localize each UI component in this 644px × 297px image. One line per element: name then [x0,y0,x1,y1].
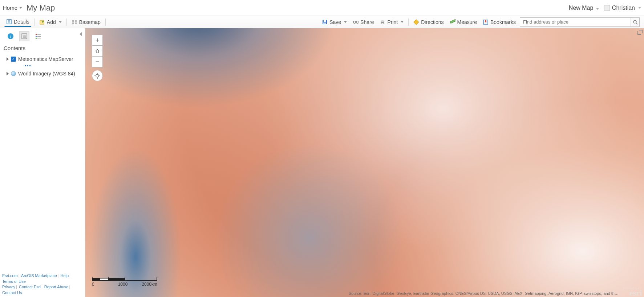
svg-rect-12 [324,20,326,22]
zoom-out-button[interactable]: − [92,57,103,67]
footer-link[interactable]: Report Abuse [44,285,69,289]
basemap-label: Basemap [79,19,101,25]
footer-link[interactable]: Contact Esri [19,285,41,289]
attribution-text: Source: Esri, DigitalGlobe, GeoEye, Eart… [349,291,619,296]
home-label: Home [3,5,17,11]
svg-rect-30 [36,34,37,35]
directions-button[interactable]: Directions [412,18,445,26]
scale-label: 2000km [137,282,157,287]
svg-rect-20 [450,19,455,23]
avatar [604,5,610,11]
svg-rect-17 [381,20,384,22]
share-label: Share [360,19,374,25]
user-menu[interactable]: Christian [604,5,641,11]
fullscreen-button[interactable] [637,30,643,35]
add-icon [39,19,45,25]
sidebar-footer: Esri.com| ArcGIS Marketplace| Help| Term… [0,272,85,297]
globe-icon [11,71,16,76]
bookmarks-button[interactable]: Bookmarks [481,18,518,26]
save-icon [322,19,328,25]
chevron-down-icon [596,8,599,10]
map-view[interactable]: •••• + − 0 1000 2000km [85,28,644,297]
toolbar-separator [34,18,35,26]
home-extent-button[interactable] [92,46,103,57]
layer-checkbox[interactable]: ✓ [11,57,16,62]
svg-point-15 [356,21,359,23]
scale-label: 0 [92,282,108,287]
basemap-canvas [85,28,644,297]
svg-rect-4 [40,20,44,24]
add-button[interactable]: Add [37,18,64,26]
toolbar-separator [105,18,106,26]
share-icon [353,19,359,25]
svg-rect-13 [323,22,326,24]
print-label: Print [387,19,398,25]
search-icon [632,19,638,25]
main-toolbar: Details Add Basemap Save Share Print [0,16,644,28]
layer-name: Meteomatics MapServer [18,56,73,62]
footer-link[interactable]: Contact Us [2,290,22,295]
details-icon [6,19,12,25]
expand-icon[interactable] [7,57,9,61]
sidebar-tabs: i [0,28,85,43]
svg-rect-34 [36,38,37,39]
footer-link[interactable]: Privacy [2,285,15,289]
measure-label: Measure [457,19,477,25]
footer-link[interactable]: ArcGIS Marketplace [21,273,57,278]
basemap-icon [72,19,77,25]
search-input[interactable] [520,17,640,27]
svg-rect-10 [75,22,77,24]
svg-point-36 [96,74,99,77]
sidebar-tab-legend[interactable] [33,31,43,41]
svg-rect-18 [381,23,384,24]
chevron-down-icon [344,21,347,23]
layer-more-menu[interactable]: ••• [1,63,84,69]
svg-rect-19 [414,20,419,25]
layer-item[interactable]: World Imagery (WGS 84) [1,69,84,78]
chevron-down-icon [19,7,22,9]
sidebar-tab-about[interactable]: i [5,31,16,41]
home-menu[interactable]: Home [3,5,22,11]
toolbar-separator [66,18,67,26]
print-button[interactable]: Print [378,18,405,26]
sidebar-tab-contents[interactable] [19,31,29,41]
main-area: i Contents ✓ Meteomatics MapServer •• [0,28,644,297]
zoom-in-button[interactable]: + [92,35,103,46]
search-wrap [520,17,640,27]
details-label: Details [14,19,29,25]
panel-title: Contents [0,43,85,53]
expand-icon[interactable] [7,72,9,75]
esri-logo: POWERED BY esri [623,287,642,296]
svg-point-14 [353,21,356,23]
layer-list: ✓ Meteomatics MapServer ••• World Imager… [0,53,85,79]
directions-label: Directions [421,19,443,25]
scale-bar: 0 1000 2000km [92,278,157,287]
new-map-button[interactable]: New Map [569,5,599,11]
zoom-controls: + − [92,35,103,81]
locate-button[interactable] [92,70,103,81]
layer-name: World Imagery (WGS 84) [18,71,75,77]
map-title: My Map [27,3,55,13]
footer-link[interactable]: Esri.com [2,273,18,278]
collapse-sidebar-button[interactable] [80,32,82,36]
footer-link[interactable]: Terms of Use [2,279,26,284]
sidebar: i Contents ✓ Meteomatics MapServer •• [0,28,85,297]
measure-button[interactable]: Measure [448,18,479,26]
user-name-label: Christian [612,5,635,11]
bookmarks-label: Bookmarks [490,19,516,25]
basemap-button[interactable]: Basemap [70,18,102,26]
bookmarks-icon [483,19,489,25]
footer-link[interactable]: Help [60,273,69,278]
details-button[interactable]: Details [4,17,31,27]
chevron-down-icon [638,7,641,9]
svg-rect-8 [75,20,77,22]
save-button[interactable]: Save [320,18,349,26]
search-button[interactable] [631,18,639,26]
share-button[interactable]: Share [351,18,376,26]
layer-item[interactable]: ✓ Meteomatics MapServer [1,54,84,63]
svg-rect-7 [72,20,74,22]
print-icon [380,19,385,25]
scale-label: 1000 [108,282,137,287]
chevron-down-icon [59,21,62,23]
svg-rect-32 [36,36,37,37]
